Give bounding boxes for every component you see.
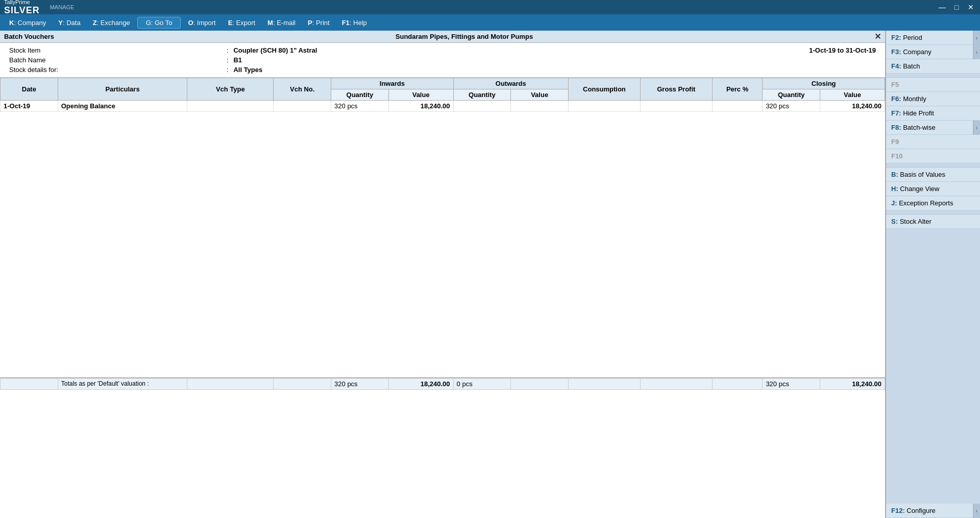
sidebar-spacer [886, 229, 980, 504]
f7-label: Hide Profit [903, 109, 934, 117]
col-header-particulars: Particulars [58, 78, 187, 101]
stock-info-header: Stock Item : Coupler (SCH 80) 1" Astral … [0, 43, 885, 78]
row-vchno [274, 101, 331, 112]
col-header-out-val: Value [511, 89, 569, 101]
row-vchtype [187, 101, 274, 112]
window-header: Batch Vouchers Sundaram Pipes, Fittings … [0, 31, 885, 43]
row-particulars: Opening Balance [58, 101, 187, 112]
f12-label: Configure [906, 507, 935, 514]
stock-item-value: Coupler (SCH 80) 1" Astral [231, 46, 589, 55]
menu-data[interactable]: Y: Data [53, 17, 85, 29]
menu-import[interactable]: O: Import [183, 17, 220, 29]
totals-vchno-cell [274, 378, 331, 389]
company-title: Sundaram Pipes, Fittings and Motor Pumps [54, 33, 874, 40]
col-header-date: Date [1, 78, 58, 101]
h-key: H: [891, 185, 898, 193]
totals-cl-val: 18,240.00 [820, 378, 885, 389]
f4-key: F4: [891, 62, 901, 70]
sidebar-j-exceptionreports[interactable]: J: Exception Reports [886, 196, 980, 210]
totals-label: Totals as per 'Default' valuation : [58, 378, 187, 389]
main-container: Batch Vouchers Sundaram Pipes, Fittings … [0, 31, 980, 518]
table-row: 1-Oct-19 Opening Balance 320 pcs 18,240.… [1, 101, 885, 112]
menu-email[interactable]: M: E-mail [262, 17, 301, 29]
row-out-val [511, 101, 569, 112]
menu-exchange[interactable]: Z: Exchange [88, 17, 135, 29]
f3-expand[interactable]: › [973, 45, 980, 59]
menu-bar: K: Company Y: Data Z: Exchange G: Go To … [0, 14, 980, 31]
window-close-button[interactable]: ✕ [874, 32, 881, 41]
row-grossprofit [640, 101, 712, 112]
col-header-grossprofit: Gross Profit [640, 78, 712, 101]
menu-company[interactable]: K: Company [4, 17, 51, 29]
stock-info-table: Stock Item : Coupler (SCH 80) 1" Astral … [6, 45, 879, 75]
sidebar-b-basisofvalues[interactable]: B: Basis of Values [886, 168, 980, 182]
sidebar-f2-period[interactable]: F2: Period [886, 31, 973, 45]
f9-key: F9 [891, 138, 899, 146]
col-header-perc: Perc % [712, 78, 763, 101]
app-branding: TallyPrime SILVER [4, 0, 40, 16]
f4-label: Batch [903, 62, 920, 70]
sidebar-f9: F9 [886, 135, 980, 149]
sidebar-f2-row: F2: Period › [886, 31, 980, 45]
close-window-button[interactable]: ✕ [966, 2, 976, 12]
totals-cl-qty: 320 pcs [763, 378, 820, 389]
f10-key: F10 [891, 152, 902, 160]
f2-expand[interactable]: › [973, 31, 980, 45]
batch-vouchers-label: Batch Vouchers [4, 33, 54, 40]
sidebar-gap-1 [886, 74, 980, 78]
sidebar-f5: F5 [886, 78, 980, 92]
col-header-vchtype: Vch Type [187, 78, 274, 101]
menu-export[interactable]: E: Export [223, 17, 260, 29]
totals-out-val [511, 378, 569, 389]
sidebar-f8-batchwise[interactable]: F8: Batch-wise [886, 121, 973, 135]
b-label: Basis of Values [900, 171, 945, 178]
sidebar-f3-row: F3: Company › [886, 45, 980, 59]
row-date: 1-Oct-19 [1, 101, 58, 112]
colon1: : [225, 46, 231, 55]
menu-print[interactable]: P: Print [303, 17, 335, 29]
f7-key: F7: [891, 109, 901, 117]
j-label: Exception Reports [899, 199, 953, 207]
row-cl-qty: 320 pcs [763, 101, 820, 112]
content-area: Batch Vouchers Sundaram Pipes, Fittings … [0, 31, 886, 518]
sidebar-f12-configure[interactable]: F12: Configure [886, 504, 973, 518]
totals-perc [712, 378, 763, 389]
colon2: : [225, 56, 231, 64]
f6-label: Monthly [903, 95, 926, 103]
totals-out-qty: 0 pcs [453, 378, 511, 389]
sidebar-f4-batch[interactable]: F4: Batch [886, 59, 980, 74]
table-body: 1-Oct-19 Opening Balance 320 pcs 18,240.… [1, 101, 885, 378]
minimize-button[interactable]: — [937, 2, 947, 12]
date-range: 1-Oct-19 to 31-Oct-19 [590, 46, 878, 55]
sidebar-f12-row: F12: Configure › [886, 504, 980, 518]
maximize-button[interactable]: □ [951, 2, 962, 12]
sidebar-f3-company[interactable]: F3: Company [886, 45, 973, 59]
f12-expand[interactable]: › [973, 504, 980, 518]
f8-expand[interactable]: › [973, 121, 980, 135]
sidebar-s-stockalter[interactable]: S: Stock Alter [886, 215, 980, 229]
title-bar: TallyPrime SILVER MANAGE — □ ✕ [0, 0, 980, 14]
row-consumption [568, 101, 640, 112]
col-header-in-val: Value [388, 89, 453, 101]
row-perc [712, 101, 763, 112]
batch-vouchers-table: Date Particulars Vch Type Vch No. Inward… [0, 78, 885, 378]
totals-table: Totals as per 'Default' valuation : 320 … [0, 378, 885, 390]
sidebar-f6-monthly[interactable]: F6: Monthly [886, 92, 980, 106]
table-wrapper: Date Particulars Vch Type Vch No. Inward… [0, 78, 885, 518]
s-label: Stock Alter [900, 218, 932, 225]
goto-button[interactable]: G: Go To [137, 17, 181, 29]
sidebar-f4-row: F4: Batch [886, 59, 980, 74]
sidebar-h-changeview[interactable]: H: Change View [886, 182, 980, 196]
f3-key: F3: [891, 48, 901, 56]
totals-date-cell [1, 378, 58, 389]
h-label: Change View [900, 185, 939, 193]
title-bar-left: TallyPrime SILVER MANAGE [4, 0, 74, 16]
row-in-val: 18,240.00 [388, 101, 453, 112]
col-header-in-qty: Quantity [331, 89, 389, 101]
menu-help[interactable]: F1: Help [337, 17, 372, 29]
col-header-outwards: Outwards [453, 78, 568, 89]
col-header-cl-val: Value [820, 89, 885, 101]
totals-row: Totals as per 'Default' valuation : 320 … [1, 378, 885, 389]
sidebar-f7-hideprofit[interactable]: F7: Hide Profit [886, 106, 980, 121]
f8-key: F8: [891, 124, 901, 131]
